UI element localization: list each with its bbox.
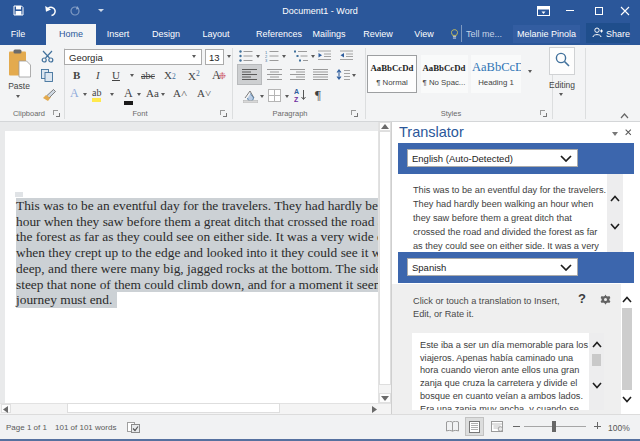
svg-text:3: 3 (265, 58, 268, 62)
svg-text:A: A (294, 88, 299, 95)
svg-text:Z: Z (294, 96, 299, 103)
